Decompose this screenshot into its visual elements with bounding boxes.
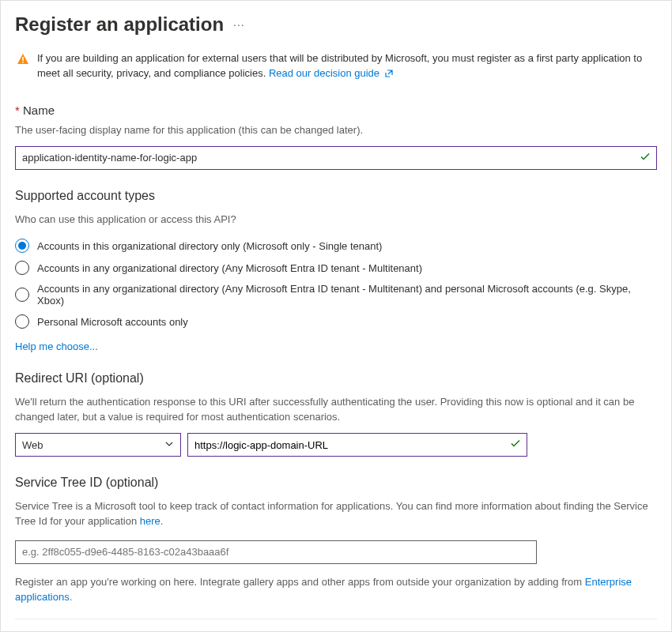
radio-option-multitenant[interactable]: Accounts in any organizational directory…: [15, 257, 657, 279]
redirect-uri-input[interactable]: [187, 433, 527, 457]
redirect-uri-heading: Redirect URI (optional): [15, 371, 657, 386]
footnote-text: Register an app you're working on here. …: [15, 575, 657, 605]
more-actions-button[interactable]: ···: [233, 18, 245, 31]
radio-option-multitenant-personal[interactable]: Accounts in any organizational directory…: [15, 279, 657, 310]
redirect-platform-select[interactable]: Web: [15, 433, 181, 457]
redirect-uri-helper: We'll return the authentication response…: [15, 395, 657, 425]
service-tree-helper: Service Tree is a Microsoft tool to keep…: [15, 499, 657, 529]
service-tree-here-link[interactable]: here: [140, 515, 160, 527]
name-helper-text: The user-facing display name for this ap…: [15, 123, 657, 138]
divider: [15, 619, 657, 619]
name-input[interactable]: [15, 146, 657, 170]
radio-option-personal-only[interactable]: Personal Microsoft accounts only: [15, 310, 657, 333]
svg-rect-0: [22, 57, 24, 61]
decision-guide-link[interactable]: Read our decision guide: [269, 67, 394, 79]
info-banner: If you are building an application for e…: [15, 47, 657, 94]
account-types-question: Who can use this application or access t…: [15, 213, 657, 228]
page-title: Register an application: [15, 13, 224, 36]
checkmark-icon: [640, 151, 651, 164]
radio-label: Personal Microsoft accounts only: [37, 316, 188, 328]
radio-icon: [15, 288, 29, 302]
radio-label: Accounts in this organizational director…: [37, 240, 382, 252]
account-types-heading: Supported account types: [15, 189, 657, 203]
service-tree-heading: Service Tree ID (optional): [15, 476, 657, 490]
redirect-platform-value: Web: [22, 439, 43, 451]
radio-icon: [15, 261, 29, 275]
chevron-down-icon: [164, 439, 174, 451]
name-label: * Name: [15, 103, 657, 117]
service-tree-id-input[interactable]: [15, 540, 537, 564]
help-me-choose-link[interactable]: Help me choose...: [15, 340, 98, 352]
account-types-radio-group: Accounts in this organizational director…: [15, 235, 657, 333]
radio-label: Accounts in any organizational directory…: [37, 262, 422, 274]
radio-label: Accounts in any organizational directory…: [37, 283, 657, 307]
external-link-icon: [384, 68, 394, 83]
radio-option-single-tenant[interactable]: Accounts in this organizational director…: [15, 235, 657, 257]
radio-icon: [15, 314, 29, 329]
warning-icon: [17, 53, 29, 70]
radio-icon: [15, 239, 29, 253]
checkmark-icon: [510, 438, 521, 452]
svg-rect-1: [22, 62, 24, 63]
